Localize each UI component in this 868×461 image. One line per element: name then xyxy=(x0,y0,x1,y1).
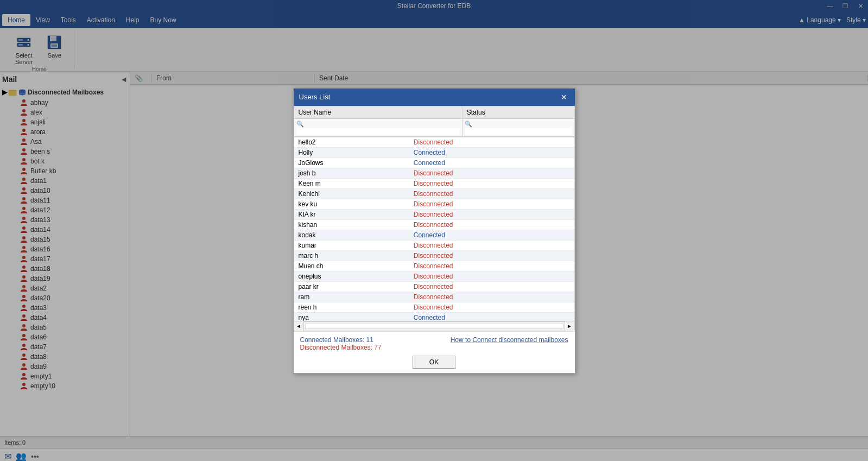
table-row[interactable]: Muen ch Disconnected xyxy=(294,261,574,271)
user-name-cell: hello2 xyxy=(294,137,409,148)
modal-overlay: Users List ✕ User Name Status xyxy=(0,0,868,461)
user-name-cell: Muen ch xyxy=(294,261,409,271)
table-row[interactable]: Keen m Disconnected xyxy=(294,178,574,188)
disconnected-count: Disconnected Mailboxes: 77 xyxy=(300,344,382,351)
user-search-cell: 🔍 xyxy=(294,118,462,136)
table-row[interactable]: Kenichi Disconnected xyxy=(294,188,574,199)
user-name-cell: kodak xyxy=(294,230,409,240)
scroll-right-button[interactable]: ► xyxy=(565,321,574,331)
ok-button[interactable]: OK xyxy=(413,356,455,369)
user-name-cell: oneplus xyxy=(294,271,409,281)
modal-title: Users List xyxy=(299,93,331,101)
modal-title-bar: Users List ✕ xyxy=(294,89,575,106)
user-name-cell: reen h xyxy=(294,302,409,312)
status-cell: Disconnected xyxy=(409,261,574,271)
modal-content: User Name Status 🔍 🔍 xyxy=(294,106,575,331)
horizontal-scrollbar[interactable]: ◄ ► xyxy=(294,321,575,331)
status-cell: Disconnected xyxy=(409,188,574,199)
how-to-connect-link[interactable]: How to Connect disconnected mailboxes xyxy=(451,336,568,344)
table-row[interactable]: KIA kr Disconnected xyxy=(294,209,574,219)
table-row[interactable]: hello2 Disconnected xyxy=(294,137,574,148)
status-cell: Disconnected xyxy=(409,178,574,188)
user-name-cell: kumar xyxy=(294,240,409,250)
users-list-modal: Users List ✕ User Name Status xyxy=(293,88,575,374)
table-row[interactable]: marc h Disconnected xyxy=(294,250,574,261)
col-status-header: Status xyxy=(462,106,574,118)
user-name-cell: josh b xyxy=(294,168,409,178)
user-name-cell: ram xyxy=(294,292,409,302)
table-row[interactable]: oneplus Disconnected xyxy=(294,271,574,281)
status-cell: Connected xyxy=(409,157,574,168)
table-row[interactable]: kev ku Disconnected xyxy=(294,199,574,209)
status-search-cell: 🔍 xyxy=(462,118,574,136)
status-cell: Connected xyxy=(409,147,574,157)
footer-stats: Connected Mailboxes: 11 Disconnected Mai… xyxy=(300,336,382,351)
user-name-search-input[interactable] xyxy=(296,128,460,135)
status-cell: Connected xyxy=(409,230,574,240)
user-name-cell: Keen m xyxy=(294,178,409,188)
status-cell: Disconnected xyxy=(409,281,574,292)
table-row[interactable]: nya Connected xyxy=(294,312,574,321)
user-name-cell: marc h xyxy=(294,250,409,261)
user-name-cell: paar kr xyxy=(294,281,409,292)
footer-row: Connected Mailboxes: 11 Disconnected Mai… xyxy=(300,336,568,351)
status-cell: Disconnected xyxy=(409,250,574,261)
table-row[interactable]: ram Disconnected xyxy=(294,292,574,302)
connected-count: Connected Mailboxes: 11 xyxy=(300,336,382,344)
status-cell: Connected xyxy=(409,312,574,321)
table-row[interactable]: JoGlows Connected xyxy=(294,157,574,168)
users-data-table: hello2 Disconnected Holly Connected JoGl… xyxy=(294,137,574,321)
table-row[interactable]: reen h Disconnected xyxy=(294,302,574,312)
table-row[interactable]: kishan Disconnected xyxy=(294,219,574,230)
user-name-cell: Kenichi xyxy=(294,188,409,199)
status-cell: Disconnected xyxy=(409,271,574,281)
status-cell: Disconnected xyxy=(409,292,574,302)
scroll-left-button[interactable]: ◄ xyxy=(294,321,304,331)
users-table: User Name Status 🔍 🔍 xyxy=(294,106,575,137)
user-name-cell: kishan xyxy=(294,219,409,230)
status-cell: Disconnected xyxy=(409,240,574,250)
table-row[interactable]: paar kr Disconnected xyxy=(294,281,574,292)
user-name-cell: Holly xyxy=(294,147,409,157)
scroll-track xyxy=(305,324,563,329)
users-table-container[interactable]: hello2 Disconnected Holly Connected JoGl… xyxy=(294,137,575,321)
user-name-cell: KIA kr xyxy=(294,209,409,219)
status-cell: Disconnected xyxy=(409,209,574,219)
user-name-cell: kev ku xyxy=(294,199,409,209)
status-cell: Disconnected xyxy=(409,199,574,209)
status-search-input[interactable] xyxy=(465,128,572,135)
user-name-cell: JoGlows xyxy=(294,157,409,168)
table-row[interactable]: Holly Connected xyxy=(294,147,574,157)
col-user-name-header: User Name xyxy=(294,106,462,118)
status-cell: Disconnected xyxy=(409,137,574,148)
table-row[interactable]: kodak Connected xyxy=(294,230,574,240)
modal-close-button[interactable]: ✕ xyxy=(559,92,569,103)
table-row[interactable]: josh b Disconnected xyxy=(294,168,574,178)
table-row[interactable]: kumar Disconnected xyxy=(294,240,574,250)
status-cell: Disconnected xyxy=(409,302,574,312)
modal-footer: Connected Mailboxes: 11 Disconnected Mai… xyxy=(294,331,575,373)
status-cell: Disconnected xyxy=(409,219,574,230)
user-name-cell: nya xyxy=(294,312,409,321)
status-cell: Disconnected xyxy=(409,168,574,178)
